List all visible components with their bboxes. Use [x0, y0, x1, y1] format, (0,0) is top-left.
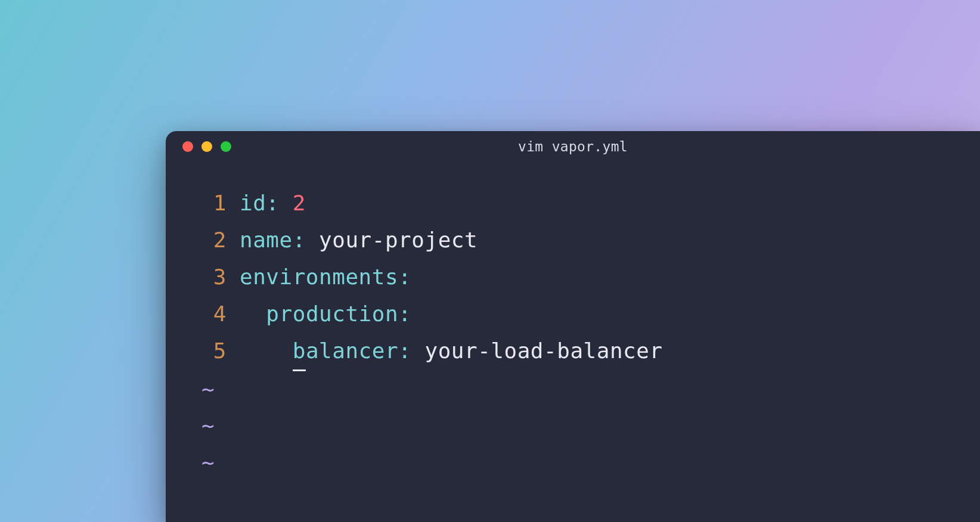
- line-number: 5: [200, 333, 227, 371]
- yaml-colon: :: [266, 185, 279, 222]
- yaml-key: balancer: [293, 333, 398, 371]
- yaml-colon: :: [398, 296, 411, 333]
- yaml-key: environments: [240, 259, 398, 296]
- editor-content[interactable]: 1id: 2 2name: your-project 3environments…: [166, 162, 980, 504]
- vim-tilde: ~: [200, 371, 945, 408]
- indent: [240, 296, 266, 333]
- yaml-colon: :: [398, 259, 411, 296]
- indent: [240, 333, 293, 371]
- yaml-colon: :: [293, 222, 306, 259]
- vim-tilde: ~: [200, 408, 945, 445]
- close-button[interactable]: [182, 141, 193, 152]
- yaml-value: your-project: [306, 222, 477, 259]
- yaml-key: production: [266, 296, 398, 333]
- yaml-value: your-load-balancer: [411, 333, 662, 371]
- terminal-window: vim vapor.yml 1id: 2 2name: your-project…: [166, 131, 980, 522]
- minimize-button[interactable]: [201, 141, 212, 152]
- code-line: 5 balancer: your-load-balancer: [200, 333, 945, 371]
- traffic-lights: [182, 141, 231, 152]
- yaml-key: name: [240, 222, 293, 259]
- window-titlebar: vim vapor.yml: [166, 131, 980, 162]
- cursor: b: [293, 333, 306, 371]
- code-line: 2name: your-project: [200, 222, 945, 259]
- line-number: 2: [200, 222, 227, 259]
- yaml-key: id: [240, 185, 266, 222]
- vim-tilde: ~: [200, 445, 945, 481]
- maximize-button[interactable]: [221, 141, 231, 152]
- code-line: 1id: 2: [200, 185, 945, 222]
- code-line: 4 production:: [200, 296, 945, 333]
- line-number: 3: [200, 259, 227, 296]
- line-number: 1: [200, 185, 227, 222]
- yaml-colon: :: [398, 333, 411, 371]
- window-title: vim vapor.yml: [518, 139, 628, 154]
- line-number: 4: [200, 296, 227, 333]
- yaml-value: 2: [293, 185, 306, 222]
- code-line: 3environments:: [200, 259, 945, 296]
